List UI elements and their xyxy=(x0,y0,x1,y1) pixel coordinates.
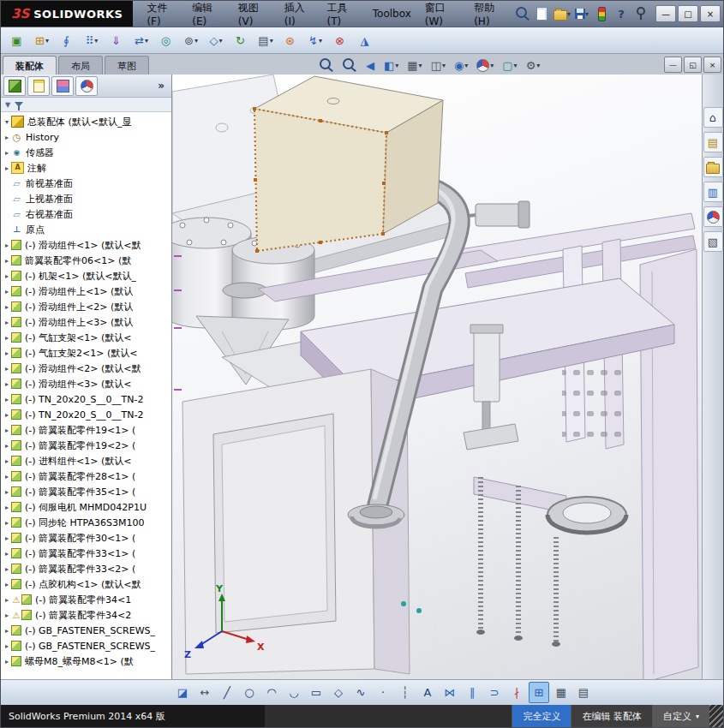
view-settings-icon[interactable]: ⚙ xyxy=(523,56,544,75)
tree-item[interactable]: 右视基准面 xyxy=(1,206,171,222)
tree-item[interactable]: (-) 气缸支架2<1> (默认< xyxy=(1,345,171,361)
expand-arrow-icon[interactable] xyxy=(3,473,11,480)
expand-arrow-icon[interactable] xyxy=(3,534,11,542)
sketch-icon[interactable]: ◪ xyxy=(172,682,193,703)
expand-arrow-icon[interactable] xyxy=(3,303,11,311)
text-icon[interactable]: A xyxy=(417,682,438,703)
doc-close-button[interactable]: × xyxy=(703,57,721,73)
design-library-icon[interactable]: ▤ xyxy=(703,132,723,152)
appearances-scenes-icon[interactable] xyxy=(703,206,723,227)
expand-arrow-icon[interactable] xyxy=(3,596,11,604)
tree-item[interactable]: (-) TN_20x20_S__0__TN-2 xyxy=(1,391,171,407)
smart-fasteners-icon[interactable]: ⇓ xyxy=(105,29,129,51)
expand-arrow-icon[interactable] xyxy=(3,257,11,265)
tree-item[interactable]: 注解 xyxy=(1,160,171,176)
menu-item[interactable]: 文件(F) xyxy=(140,0,185,31)
expand-arrow-icon[interactable] xyxy=(3,349,11,357)
bill-of-materials-icon[interactable]: ▤ xyxy=(254,29,278,51)
tangent-arc-icon[interactable]: ◡ xyxy=(284,682,304,703)
expand-arrow-icon[interactable] xyxy=(3,519,11,527)
quick-snaps-icon[interactable]: ⊞ xyxy=(529,682,549,703)
mirror-entities-icon[interactable]: ⋈ xyxy=(440,682,460,703)
expand-arrow-icon[interactable] xyxy=(3,658,11,665)
instant3d-icon[interactable]: ◮ xyxy=(353,29,377,51)
spline-icon[interactable]: ∿ xyxy=(350,682,371,703)
save-icon[interactable] xyxy=(573,4,590,23)
help-icon[interactable]: ? xyxy=(613,4,630,23)
tree-item[interactable]: (-) GB_FASTENER_SCREWS_ xyxy=(1,623,171,638)
new-motion-study-icon[interactable]: ↻ xyxy=(229,29,253,51)
expand-arrow-icon[interactable] xyxy=(3,118,11,126)
filter-caret-icon[interactable]: ▼ xyxy=(5,101,10,109)
tree-item[interactable]: (-) 气缸支架<1> (默认< xyxy=(1,330,171,345)
minimize-button[interactable]: — xyxy=(655,5,676,22)
tree-item[interactable]: (-) 箭翼装配零件30<1> ( xyxy=(1,530,171,546)
graphics-area[interactable]: Y X Z xyxy=(172,75,702,680)
expand-arrow-icon[interactable] xyxy=(3,365,11,373)
centerline-icon[interactable]: ┆ xyxy=(395,682,416,703)
edit-appearance-icon[interactable] xyxy=(473,56,497,75)
expand-arrow-icon[interactable] xyxy=(3,319,11,326)
expand-arrow-icon[interactable] xyxy=(3,380,11,388)
expand-arrow-icon[interactable] xyxy=(3,488,11,496)
tree-item[interactable]: 螺母M8_螺母M8<1> (默 xyxy=(1,653,171,669)
solidworks-resources-icon[interactable]: ⌂ xyxy=(703,107,723,128)
expand-arrow-icon[interactable] xyxy=(3,504,11,511)
point-icon[interactable]: · xyxy=(373,682,393,703)
configurationmanager-tab-icon[interactable] xyxy=(51,76,74,96)
tree-item[interactable]: (-) 伺服电机 MHMD042P1U xyxy=(1,499,171,515)
tree-item[interactable]: History xyxy=(1,129,171,145)
tree-item[interactable]: 上视基准面 xyxy=(1,191,171,206)
tree-item[interactable]: (-) 滑动组件<3> (默认< xyxy=(1,376,171,391)
expand-arrow-icon[interactable] xyxy=(3,612,11,619)
tree-item[interactable]: (-) 箭翼装配零件19<1> ( xyxy=(1,422,171,438)
menu-item[interactable]: Toolbox xyxy=(366,4,418,23)
interference-detection-icon[interactable]: ⊗ xyxy=(328,29,352,51)
tree-item[interactable]: (-) 滑动组件上<2> (默认 xyxy=(1,299,171,314)
display-style-icon[interactable]: ◫ xyxy=(428,56,449,75)
move-component-icon[interactable]: ⇄ xyxy=(129,29,153,51)
show-hidden-components-icon[interactable]: ◎ xyxy=(154,29,178,51)
reference-geometry-icon[interactable]: ◇ xyxy=(204,29,228,51)
apply-scene-icon[interactable]: ▢ xyxy=(499,56,520,75)
featuremanager-tab-icon[interactable] xyxy=(3,76,26,96)
menu-item[interactable]: 插入(I) xyxy=(278,0,320,31)
commandmanager-tab[interactable]: 布局 xyxy=(58,56,103,75)
menu-item[interactable]: 窗口(W) xyxy=(418,0,467,31)
resize-grip[interactable] xyxy=(709,705,723,727)
menu-item[interactable]: 帮助(H) xyxy=(467,0,514,31)
expand-arrow-icon[interactable] xyxy=(3,334,11,342)
convert-entities-icon[interactable]: ⊃ xyxy=(484,682,505,703)
menu-item[interactable]: 视图(V) xyxy=(231,0,278,31)
centerpoint-arc-icon[interactable]: ◠ xyxy=(261,682,282,703)
assembly-features-icon[interactable]: ⊚ xyxy=(179,29,203,51)
expand-arrow-icon[interactable] xyxy=(3,581,11,588)
view-orientation-icon[interactable]: ▦ xyxy=(404,56,425,75)
commandmanager-tab[interactable]: 装配体 xyxy=(3,56,57,75)
tree-item[interactable]: (-) 滑动组件上<3> (默认 xyxy=(1,314,171,330)
expand-arrow-icon[interactable] xyxy=(3,242,11,249)
tree-item[interactable]: (-) 箭翼装配零件33<2> ( xyxy=(1,561,171,576)
expand-arrow-icon[interactable] xyxy=(3,642,11,650)
rectangle-icon[interactable]: ▭ xyxy=(306,682,326,703)
tree-item[interactable]: 原点 xyxy=(1,222,171,237)
expand-arrow-icon[interactable] xyxy=(3,272,11,280)
tree-item[interactable]: (-) 箭翼装配零件19<2> ( xyxy=(1,438,171,453)
maximize-button[interactable]: □ xyxy=(678,5,698,22)
tree-item[interactable]: (-) TN_20x20_S__0__TN-2 xyxy=(1,407,171,422)
line-icon[interactable]: ╱ xyxy=(217,682,237,703)
smart-dimension-icon[interactable]: ↔ xyxy=(194,682,215,703)
tree-item[interactable]: (-) 箭翼装配零件33<1> ( xyxy=(1,546,171,561)
expand-arrow-icon[interactable] xyxy=(3,427,11,434)
expand-arrow-icon[interactable] xyxy=(3,164,11,172)
expand-arrow-icon[interactable] xyxy=(3,550,11,558)
expand-arrow-icon[interactable] xyxy=(3,627,11,635)
exploded-view-icon[interactable]: ⊛ xyxy=(278,29,302,51)
table-icon[interactable]: ▤ xyxy=(573,682,594,703)
previous-view-icon[interactable]: ◀ xyxy=(362,56,379,75)
expand-arrow-icon[interactable] xyxy=(3,457,11,465)
tree-item[interactable]: (-) 滑动组件上<1> (默认 xyxy=(1,283,171,299)
menu-item[interactable]: 编辑(E) xyxy=(185,0,230,31)
tree-item[interactable]: (-) 箭翼装配零件34<1 xyxy=(1,592,171,607)
tree-item[interactable]: (-) 箭翼装配零件34<2 xyxy=(1,607,171,623)
